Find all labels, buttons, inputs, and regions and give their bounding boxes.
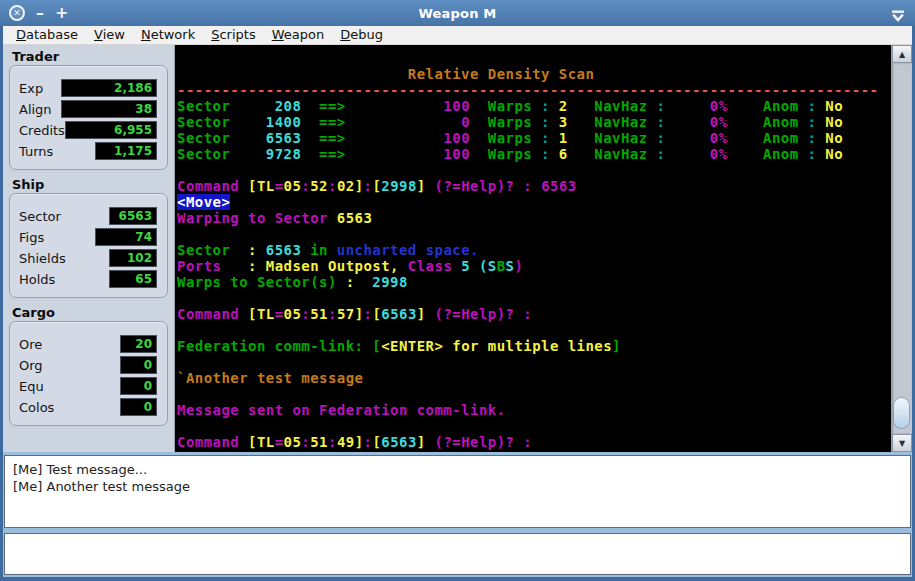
field-value: 0 [120, 398, 157, 416]
groupbox: Exp2,186Align38Credits6,955Turns1,175 [9, 65, 168, 170]
chat-section: [Me] Test message...[Me] Another test me… [3, 452, 912, 577]
terminal-line: Sector : 6563 in uncharted space. [177, 242, 891, 258]
chat-message: [Me] Test message... [13, 461, 902, 478]
panel-cargo: CargoOre20Org0Equ0Colos0 [3, 305, 174, 426]
terminal-line: Federation comm-link: [<ENTER> for multi… [177, 338, 891, 354]
terminal-line [177, 322, 891, 338]
chat-log[interactable]: [Me] Test message...[Me] Another test me… [4, 455, 911, 528]
window-title: Weapon M [0, 6, 915, 21]
title-bar: ✕ – + Weapon M [0, 0, 915, 26]
field-label: Turns [19, 144, 53, 159]
chat-message: [Me] Another test message [13, 478, 902, 495]
terminal-line: Command [TL=05:52:02]:[2998] (?=Help)? :… [177, 178, 891, 194]
panel-title: Ship [12, 177, 174, 192]
field-value: 65 [109, 270, 157, 288]
terminal-line: Command [TL=05:51:57]:[6563] (?=Help)? : [177, 306, 891, 322]
menu-item-network[interactable]: Network [133, 27, 203, 43]
terminal-line [177, 162, 891, 178]
chat-input[interactable] [4, 533, 911, 575]
field-align: Align38 [19, 100, 157, 118]
terminal-line: Sector 208 ==> 100 Warps : 2 NavHaz : 0%… [177, 98, 891, 114]
field-exp: Exp2,186 [19, 79, 157, 97]
triangle-down-icon: ▼ [899, 439, 905, 448]
panel-trader: TraderExp2,186Align38Credits6,955Turns1,… [3, 49, 174, 170]
panel-ship: ShipSector6563Figs74Shields102Holds65 [3, 177, 174, 298]
terminal-line: Warping to Sector 6563 [177, 210, 891, 226]
groupbox: Sector6563Figs74Shields102Holds65 [9, 193, 168, 298]
terminal-line [177, 50, 891, 66]
terminal-line: ----------------------------------------… [177, 82, 891, 98]
terminal-output[interactable]: Relative Density Scan-------------------… [175, 45, 891, 452]
scrollbar-thumb[interactable] [893, 397, 910, 429]
menu-item-weapon[interactable]: Weapon [264, 27, 333, 43]
terminal-line: Message sent on Federation comm-link. [177, 402, 891, 418]
terminal-line: Relative Density Scan [177, 66, 891, 82]
field-value: 102 [109, 249, 157, 267]
field-label: Equ [19, 379, 44, 394]
field-value: 20 [120, 335, 157, 353]
scrollbar-down-button[interactable]: ▼ [892, 434, 912, 452]
menu-item-debug[interactable]: Debug [332, 27, 391, 43]
scrollbar-up-button[interactable]: ▲ [892, 45, 912, 63]
terminal-line: Sector 6563 ==> 100 Warps : 1 NavHaz : 0… [177, 130, 891, 146]
shade-button[interactable] [891, 7, 905, 26]
terminal-line [177, 290, 891, 306]
terminal-line [177, 386, 891, 402]
terminal-line: Warps to Sector(s) : 2998 [177, 274, 891, 290]
sidebar: TraderExp2,186Align38Credits6,955Turns1,… [3, 45, 175, 452]
field-label: Align [19, 102, 52, 117]
terminal-line [177, 226, 891, 242]
field-value: 1,175 [95, 142, 157, 160]
field-value: 0 [120, 377, 157, 395]
terminal-line [177, 354, 891, 370]
terminal-line: Command [TL=05:51:49]:[6563] (?=Help)? : [177, 434, 891, 450]
field-label: Holds [19, 272, 55, 287]
terminal-line: `Another test message [177, 370, 891, 386]
field-value: 6563 [109, 207, 157, 225]
main-area: TraderExp2,186Align38Credits6,955Turns1,… [3, 45, 912, 452]
panel-title: Trader [12, 49, 174, 64]
field-label: Shields [19, 251, 66, 266]
field-holds: Holds65 [19, 270, 157, 288]
field-label: Figs [19, 230, 44, 245]
terminal-line: Sector 9728 ==> 100 Warps : 6 NavHaz : 0… [177, 146, 891, 162]
field-colos: Colos0 [19, 398, 157, 416]
field-value: 2,186 [61, 79, 157, 97]
terminal-line [177, 418, 891, 434]
panel-title: Cargo [12, 305, 174, 320]
menu-item-view[interactable]: View [86, 27, 133, 43]
menu-item-scripts[interactable]: Scripts [203, 27, 264, 43]
field-label: Credits [19, 123, 65, 138]
menu-item-database[interactable]: Database [8, 27, 86, 43]
field-label: Colos [19, 400, 54, 415]
field-sector: Sector6563 [19, 207, 157, 225]
field-value: 74 [95, 228, 157, 246]
terminal-pane: Relative Density Scan-------------------… [175, 45, 912, 452]
field-label: Exp [19, 81, 43, 96]
field-figs: Figs74 [19, 228, 157, 246]
field-value: 0 [120, 356, 157, 374]
field-shields: Shields102 [19, 249, 157, 267]
terminal-line: <Move> [177, 194, 891, 210]
field-label: Ore [19, 337, 42, 352]
field-turns: Turns1,175 [19, 142, 157, 160]
terminal-line: Ports : Madsen Outpost, Class 5 (SBS) [177, 258, 891, 274]
triangle-up-icon: ▲ [899, 50, 905, 59]
field-ore: Ore20 [19, 335, 157, 353]
groupbox: Ore20Org0Equ0Colos0 [9, 321, 168, 426]
field-equ: Equ0 [19, 377, 157, 395]
terminal-scrollbar: ▲ ▼ [891, 45, 912, 452]
field-org: Org0 [19, 356, 157, 374]
scrollbar-track[interactable] [892, 63, 912, 434]
field-value: 38 [61, 100, 157, 118]
menu-bar: DatabaseViewNetworkScriptsWeaponDebug [3, 26, 912, 45]
field-credits: Credits6,955 [19, 121, 157, 139]
field-value: 6,955 [65, 121, 157, 139]
chevron-down-icon [891, 10, 905, 22]
field-label: Sector [19, 209, 61, 224]
terminal-line: Sector 1400 ==> 0 Warps : 3 NavHaz : 0% … [177, 114, 891, 130]
field-label: Org [19, 358, 43, 373]
